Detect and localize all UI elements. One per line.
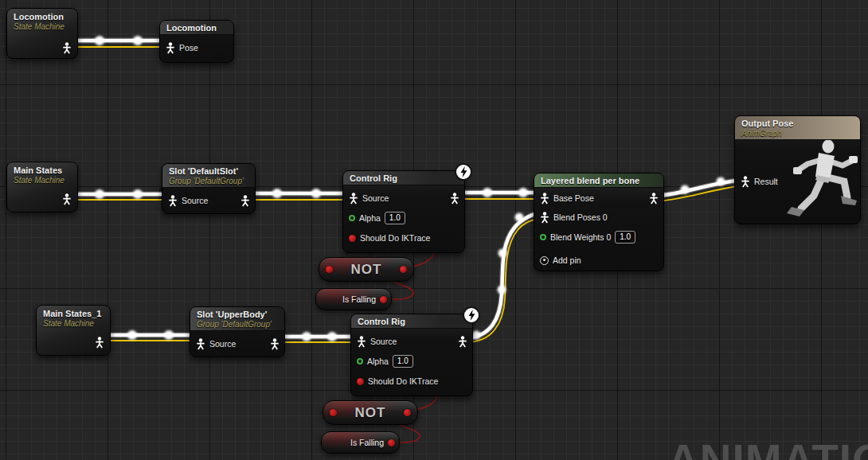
person-pose-icon — [95, 337, 104, 349]
person-pose-icon — [349, 193, 358, 205]
pose-output-pin[interactable] — [269, 337, 280, 350]
not-label: NOT — [323, 405, 417, 421]
pin-label: Should Do IKTrace — [360, 233, 430, 243]
pin-label: Alpha — [359, 213, 381, 223]
float-pin-icon[interactable] — [357, 358, 363, 364]
pose-input-pin-row[interactable]: Pose — [166, 41, 228, 54]
node-subtitle: State Machine — [43, 319, 104, 329]
bool-pin-icon[interactable] — [357, 378, 364, 385]
person-pose-icon — [540, 212, 549, 224]
pin-label: Blend Weights 0 — [550, 232, 611, 242]
person-pose-icon — [166, 42, 175, 54]
pose-output-pin[interactable] — [457, 335, 468, 348]
node-title: Locomotion — [166, 23, 227, 33]
node-layered-blend-per-bone[interactable]: Layered blend per bone Base Pose Blend P… — [534, 173, 664, 271]
alpha-pin-row[interactable]: Alpha 1.0 — [357, 355, 467, 368]
person-pose-icon — [649, 193, 659, 205]
source-input-pin-row[interactable]: Source — [349, 192, 459, 205]
pin-label: Source — [209, 339, 236, 349]
float-pin-icon[interactable] — [540, 234, 546, 240]
node-title: Slot 'UpperBody' — [197, 310, 278, 320]
pin-label: Source — [362, 193, 389, 203]
person-pose-icon — [741, 176, 750, 188]
blend-weight-value-input[interactable]: 1.0 — [615, 231, 635, 244]
node-subtitle: Group 'DefaultGroup' — [197, 320, 278, 329]
pin-label: Pose — [179, 43, 198, 53]
not-label: NOT — [319, 262, 413, 278]
person-pose-icon — [270, 338, 280, 350]
node-not-1[interactable]: NOT — [319, 257, 414, 282]
node-title: Output Pose — [741, 119, 854, 129]
person-pose-icon — [540, 193, 549, 205]
pose-output-pin[interactable] — [648, 192, 659, 205]
base-pose-pin-row[interactable]: Base Pose — [540, 192, 658, 205]
pin-label: Source — [182, 196, 208, 205]
add-pin-icon[interactable] — [540, 256, 549, 265]
node-control-rig-1[interactable]: Control Rig Source Alpha 1.0 Should Do I… — [342, 170, 465, 253]
bool-pin-icon[interactable] — [349, 235, 356, 242]
pin-label: Should Do IKTrace — [368, 376, 438, 386]
running-mannequin-image — [763, 140, 858, 222]
person-pose-icon — [62, 193, 72, 205]
node-output-pose[interactable]: Output Pose AnimGraph Result — [734, 115, 861, 224]
person-pose-icon — [450, 193, 459, 205]
node-title: Slot 'DefaultSlot' — [169, 166, 248, 177]
pin-label: Add pin — [553, 255, 581, 265]
alpha-value-input[interactable]: 1.0 — [393, 355, 413, 368]
fast-path-lightning-icon — [463, 306, 480, 324]
node-is-falling-1[interactable]: Is Falling — [315, 288, 392, 310]
node-subtitle: Group 'DefaultGroup' — [169, 177, 248, 186]
node-title: Control Rig — [358, 317, 466, 327]
pose-output-pin[interactable] — [449, 192, 460, 205]
pose-output-pin[interactable] — [61, 193, 72, 205]
pin-label: Base Pose — [553, 193, 594, 203]
blend-poses-pin-row[interactable]: Blend Poses 0 — [540, 211, 658, 224]
pose-output-pin[interactable] — [61, 41, 72, 54]
source-input-pin-row[interactable]: Source — [196, 337, 279, 350]
add-pin-row[interactable]: Add pin — [540, 254, 658, 267]
person-pose-icon — [168, 195, 178, 207]
iktrace-pin-row[interactable]: Should Do IKTrace — [349, 232, 459, 244]
red-glow — [322, 432, 399, 453]
iktrace-pin-row[interactable]: Should Do IKTrace — [357, 375, 467, 388]
pose-output-pin[interactable] — [240, 194, 251, 207]
node-is-falling-2[interactable]: Is Falling — [321, 431, 400, 454]
node-title: Main States_1 — [43, 309, 104, 319]
node-locomotion-pose[interactable]: Locomotion Pose — [159, 20, 234, 63]
person-pose-icon — [196, 338, 205, 350]
alpha-value-input[interactable]: 1.0 — [385, 212, 405, 224]
person-pose-icon — [357, 336, 366, 348]
node-not-2[interactable]: NOT — [323, 400, 418, 425]
person-pose-icon — [458, 336, 467, 348]
pin-label: Blend Poses 0 — [553, 212, 608, 222]
alpha-pin-row[interactable]: Alpha 1.0 — [349, 212, 459, 224]
animgraph-canvas[interactable]: { "canvas": { "watermark": "ANIMATION" }… — [0, 0, 868, 460]
node-subtitle: AnimGraph — [741, 129, 854, 138]
node-subtitle: State Machine — [14, 176, 71, 185]
pin-label: Alpha — [367, 357, 389, 366]
float-pin-icon[interactable] — [349, 215, 355, 221]
red-glow — [316, 289, 391, 310]
person-pose-icon — [62, 42, 72, 54]
node-slot-defaultslot[interactable]: Slot 'DefaultSlot' Group 'DefaultGroup' … — [162, 163, 256, 214]
node-title: Layered blend per bone — [541, 176, 657, 186]
node-title: Main States — [14, 166, 71, 176]
node-slot-upperbody[interactable]: Slot 'UpperBody' Group 'DefaultGroup' So… — [190, 306, 285, 357]
blend-weights-pin-row[interactable]: Blend Weights 0 1.0 — [540, 231, 658, 244]
node-subtitle: State Machine — [14, 22, 71, 32]
pose-output-pin[interactable] — [94, 336, 105, 349]
node-title: Control Rig — [350, 173, 458, 184]
node-control-rig-2[interactable]: Control Rig Source Alpha 1.0 Should Do I… — [350, 314, 473, 396]
source-input-pin-row[interactable]: Source — [168, 194, 249, 207]
node-title: Locomotion — [14, 12, 71, 22]
pin-label: Source — [370, 337, 397, 346]
person-pose-icon — [240, 195, 250, 207]
node-main-states-1[interactable]: Main States_1 State Machine — [36, 305, 111, 356]
node-locomotion-statemachine[interactable]: Locomotion State Machine — [6, 8, 78, 59]
node-main-states[interactable]: Main States State Machine — [6, 162, 78, 212]
source-input-pin-row[interactable]: Source — [357, 335, 467, 348]
fast-path-lightning-icon — [455, 163, 472, 181]
